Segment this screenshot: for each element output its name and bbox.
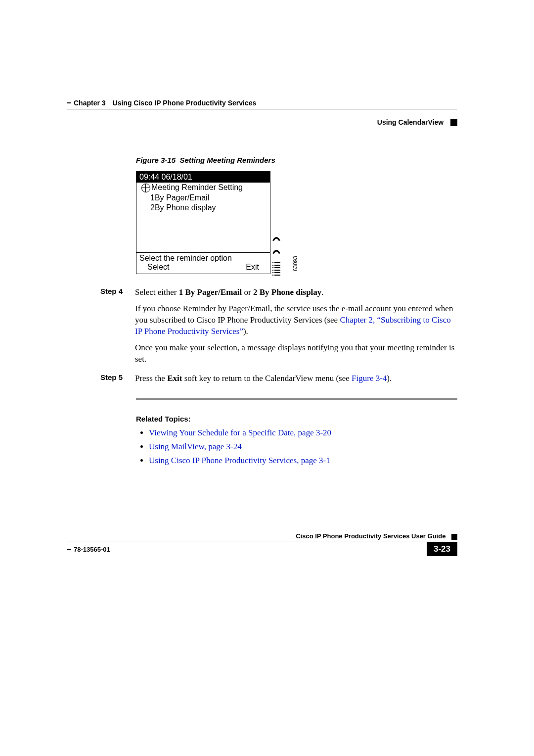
handset-icon	[271, 248, 281, 256]
phone-screenshot: 09:44 06/18/01 Meeting Reminder Setting …	[136, 171, 457, 274]
step-4-label: Step 4	[100, 287, 135, 370]
section-header: Using CalendarView	[377, 118, 444, 126]
phone-hint: Select the reminder option	[136, 252, 270, 263]
related-topics-heading: Related Topics:	[136, 415, 457, 423]
step-5-body: Press the Exit soft key to return to the…	[135, 373, 457, 389]
softkey-exit: Exit	[246, 263, 259, 272]
chapter-header: Chapter 3 Using Cisco IP Phone Productiv…	[74, 99, 256, 107]
figure-caption: Figure 3-15 Setting Meeting Reminders	[136, 156, 457, 164]
svg-rect-4	[272, 267, 273, 268]
footer-page-number: 3-23	[427, 542, 457, 556]
section-divider	[136, 398, 457, 400]
svg-rect-3	[274, 265, 280, 266]
list-icon	[271, 261, 281, 269]
phone-option-1: 1By Pager/Email	[136, 193, 270, 203]
softkey-select: Select	[147, 263, 169, 272]
svg-rect-1	[274, 262, 280, 263]
related-link-1[interactable]: Viewing Your Schedule for a Specific Dat…	[149, 428, 331, 437]
header-marker	[450, 119, 457, 126]
svg-rect-2	[272, 265, 273, 266]
step-4-body: Select either 1 By Pager/Email or 2 By P…	[135, 287, 457, 370]
link-figure-3-4[interactable]: Figure 3-4	[352, 374, 387, 383]
svg-rect-7	[274, 270, 280, 271]
footer-guide-title: Cisco IP Phone Productivity Services Use…	[296, 532, 445, 540]
related-link-3[interactable]: Using Cisco IP Phone Productivity Servic…	[149, 456, 330, 465]
svg-rect-9	[274, 272, 280, 273]
svg-rect-10	[272, 275, 273, 276]
svg-rect-0	[272, 262, 273, 263]
phone-option-2: 2By Phone display	[136, 203, 270, 213]
related-link-2[interactable]: Using MailView, page 3-24	[149, 442, 242, 451]
step-5-label: Step 5	[100, 373, 135, 389]
svg-rect-6	[272, 270, 273, 271]
svg-rect-8	[272, 272, 273, 273]
footer-marker	[451, 534, 457, 540]
globe-icon	[141, 184, 150, 192]
svg-rect-11	[274, 275, 280, 276]
footer-doc-number: 78-13565-01	[67, 546, 110, 553]
phone-screen-title: Meeting Reminder Setting	[136, 183, 270, 193]
handset-icon	[271, 236, 281, 243]
svg-rect-5	[274, 267, 280, 268]
phone-side-icons	[271, 223, 283, 274]
phone-timestamp: 09:44 06/18/01	[136, 172, 270, 183]
